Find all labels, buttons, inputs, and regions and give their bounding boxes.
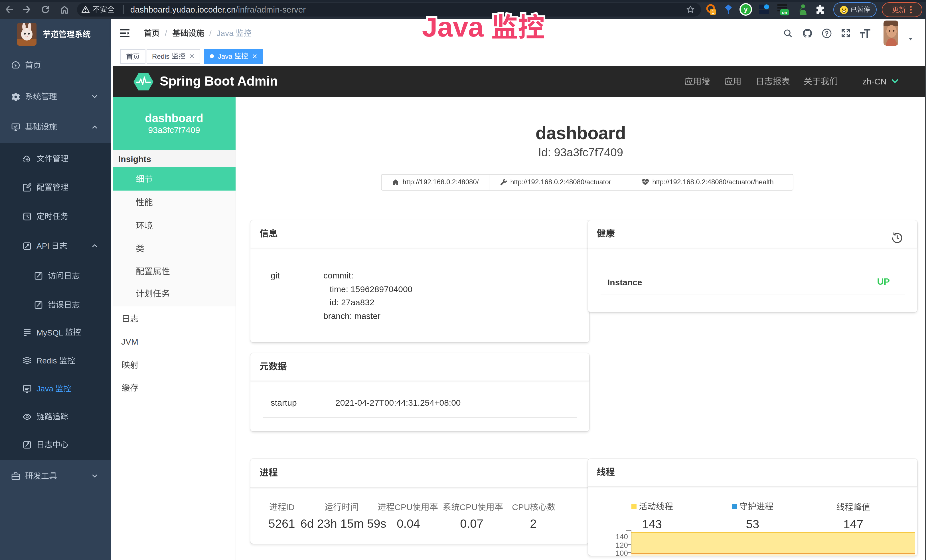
svg-text:on: on: [782, 10, 787, 15]
svg-text:y: y: [744, 5, 748, 13]
svg-text:1: 1: [712, 10, 714, 15]
